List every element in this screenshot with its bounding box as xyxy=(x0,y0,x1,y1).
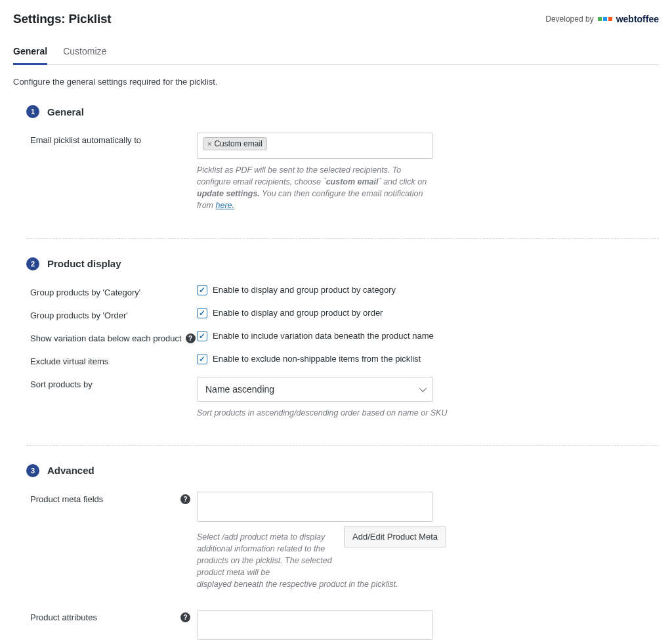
label-email-picklist: Email picklist automatically to xyxy=(26,133,197,145)
section-number-3: 3 xyxy=(26,464,39,477)
desc-exclude-virtual: Enable to exclude non-shippable items fr… xyxy=(213,354,421,364)
input-product-meta[interactable] xyxy=(197,492,433,522)
developed-by: Developed by webtoffee xyxy=(545,14,659,24)
brand-name: webtoffee xyxy=(616,14,659,24)
checkbox-variation[interactable] xyxy=(197,331,207,341)
desc-variation: Enable to include variation data beneath… xyxy=(213,331,434,341)
label-sort-by: Sort products by xyxy=(26,377,197,389)
email-recipients-input[interactable]: × Custom email xyxy=(197,133,433,159)
section-number-2: 2 xyxy=(26,257,39,270)
label-group-category: Group products by 'Category' xyxy=(26,285,197,297)
label-product-attributes: Product attributes xyxy=(30,612,97,622)
section-title-product-display: Product display xyxy=(47,258,121,269)
section-advanced: 3 Advanced Product meta fields ? Select … xyxy=(13,458,659,642)
select-sort-products[interactable]: Name ascending xyxy=(197,377,433,402)
email-help-text: Picklist as PDF will be sent to the sele… xyxy=(197,164,433,212)
close-icon[interactable]: × xyxy=(207,140,211,148)
divider-2 xyxy=(26,445,659,446)
section-general: 1 General Email picklist automatically t… xyxy=(13,98,659,229)
tag-label: Custom email xyxy=(214,139,262,148)
desc-group-category: Enable to display and group product by c… xyxy=(213,285,396,295)
help-product-meta-short: Select /add product meta to display addi… xyxy=(197,531,335,579)
checkbox-exclude-virtual[interactable] xyxy=(197,354,207,364)
section-number-1: 1 xyxy=(26,105,39,118)
tag-custom-email[interactable]: × Custom email xyxy=(203,137,267,150)
label-variation: Show variation data below each product xyxy=(30,333,182,343)
tab-general[interactable]: General xyxy=(13,41,47,65)
add-edit-product-meta-button[interactable]: Add/Edit Product Meta xyxy=(344,526,446,547)
select-value: Name ascending xyxy=(205,384,274,395)
help-product-meta-rest: displayed beneath the respective product… xyxy=(197,578,459,590)
desc-group-order: Enable to display and group product by o… xyxy=(213,308,383,318)
section-title-advanced: Advanced xyxy=(47,465,94,476)
intro-text: Configure the general settings required … xyxy=(13,77,659,87)
input-product-attributes[interactable] xyxy=(197,610,433,640)
page-title: Settings: Picklist xyxy=(13,12,112,26)
email-config-link[interactable]: here. xyxy=(215,201,234,210)
label-group-order: Group products by 'Order' xyxy=(26,308,197,320)
brand-logo-icon xyxy=(598,17,612,21)
section-product-display: 2 Product display Group products by 'Cat… xyxy=(13,251,659,436)
tab-customize[interactable]: Customize xyxy=(63,41,106,65)
label-product-meta: Product meta fields xyxy=(30,494,103,504)
help-sort: Sort products in ascending/descending or… xyxy=(197,407,459,419)
help-icon[interactable]: ? xyxy=(186,333,196,343)
developed-by-label: Developed by xyxy=(545,14,593,24)
chevron-down-icon xyxy=(419,384,427,391)
checkbox-group-category[interactable] xyxy=(197,285,207,295)
tabs: General Customize xyxy=(13,41,659,65)
section-title-general: General xyxy=(47,106,84,118)
divider-1 xyxy=(26,238,659,239)
checkbox-group-order[interactable] xyxy=(197,308,207,318)
help-icon[interactable]: ? xyxy=(180,612,190,622)
help-icon[interactable]: ? xyxy=(180,494,190,504)
label-exclude-virtual: Exclude virtual items xyxy=(26,354,197,366)
